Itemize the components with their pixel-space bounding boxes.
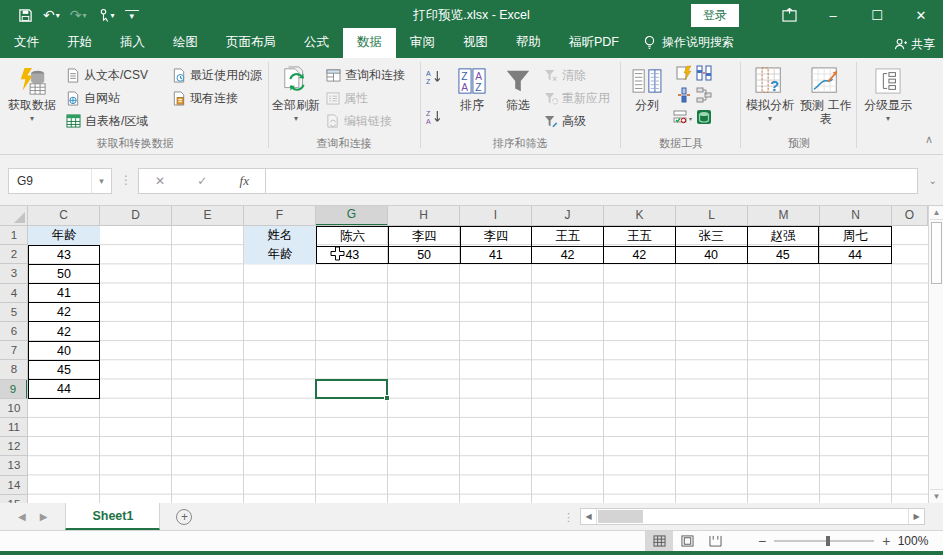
row-header-15[interactable]: 15 [0,495,28,503]
manage-data-model-icon[interactable] [696,109,712,125]
formula-bar-handle[interactable]: ⋮ [120,173,133,187]
add-sheet-button[interactable]: + [160,503,208,530]
sort-button[interactable]: ZAAZ 排序 [450,62,494,138]
cell-J2[interactable]: 42 [532,247,604,263]
flash-fill-icon[interactable] [676,65,692,81]
page-layout-view-button[interactable] [673,531,701,551]
minimize-button[interactable]: – [811,0,855,30]
column-header-O-partial[interactable]: O [892,206,928,226]
row-header-14[interactable]: 14 [0,476,28,495]
insert-function-icon[interactable]: fx [240,173,249,189]
scroll-up-icon[interactable]: ▲ [930,206,943,220]
tab-page-layout[interactable]: 页面布局 [212,28,290,58]
tab-insert[interactable]: 插入 [106,28,159,58]
share-button[interactable]: 共享 [894,36,935,53]
cell-N1[interactable]: 周七 [819,227,891,247]
cell-H2[interactable]: 50 [389,247,461,263]
column-header-H[interactable]: H [388,206,460,226]
cell-I2[interactable]: 41 [461,247,533,263]
column-header-I[interactable]: I [460,206,532,226]
filter-button[interactable]: 筛选 [496,62,540,138]
name-box-dropdown-icon[interactable]: ▾ [91,169,111,193]
cell-L2[interactable]: 40 [676,247,748,263]
cell-J1[interactable]: 王五 [532,227,604,247]
row-header-9[interactable]: 9 [0,380,28,399]
row-header-12[interactable]: 12 [0,437,28,456]
zoom-slider[interactable] [774,540,874,542]
from-text-csv-button[interactable]: 从文本/CSV [66,64,148,86]
name-box[interactable]: G9 ▾ [8,168,112,194]
tab-formulas[interactable]: 公式 [290,28,343,58]
next-sheet-icon[interactable]: ▶ [40,511,48,522]
row-header-7[interactable]: 7 [0,341,28,360]
cell-N2[interactable]: 44 [819,247,891,263]
column-header-K[interactable]: K [604,206,676,226]
fill-handle[interactable] [384,395,390,401]
selected-cell-G9[interactable] [315,379,388,399]
cell-C4[interactable]: 41 [29,284,99,303]
column-header-M[interactable]: M [748,206,820,226]
cell-H1[interactable]: 李四 [389,227,461,247]
column-header-G[interactable]: G [316,206,388,226]
tab-help[interactable]: 帮助 [502,28,555,58]
column-header-N[interactable]: N [820,206,892,226]
column-header-F[interactable]: F [244,206,316,226]
from-table-range-button[interactable]: 自表格/区域 [66,110,148,132]
outline-button[interactable]: 分级显示▾ [862,62,914,138]
select-all-corner[interactable] [0,206,28,226]
zoom-in-button[interactable]: + [882,533,890,549]
tab-file[interactable]: 文件 [0,28,53,58]
cells-area[interactable]: 年龄4350414242404544姓名年龄陈六李四李四王五王五张三赵强周七43… [28,226,928,503]
cell-F1[interactable]: 姓名 [244,226,316,245]
cell-C3[interactable]: 50 [29,265,99,284]
maximize-button[interactable]: ☐ [855,0,899,30]
close-button[interactable]: ✕ [899,0,943,30]
column-header-J[interactable]: J [532,206,604,226]
cell-K1[interactable]: 王五 [604,227,676,247]
cell-C5[interactable]: 42 [29,303,99,322]
cell-M1[interactable]: 赵强 [748,227,820,247]
save-icon[interactable] [14,3,37,27]
column-header-E[interactable]: E [172,206,244,226]
row-header-8[interactable]: 8 [0,360,28,379]
from-web-button[interactable]: 自网站 [66,87,120,109]
sign-in-button[interactable]: 登录 [691,4,739,27]
row-header-4[interactable]: 4 [0,284,28,303]
zoom-level[interactable]: 100% [893,531,933,551]
scroll-down-icon[interactable]: ▼ [930,489,943,503]
tab-foxit-pdf[interactable]: 福昕PDF [555,28,633,58]
collapse-ribbon-icon[interactable]: ∧ [925,133,933,146]
scroll-left-icon[interactable]: ◀ [581,509,597,524]
sheet-tab-sheet1[interactable]: Sheet1 [65,503,160,530]
get-data-button[interactable]: 获取数据▾ [6,62,58,138]
cell-G1[interactable]: 陈六 [317,227,389,247]
cell-C6[interactable]: 42 [29,322,99,341]
data-validation-icon[interactable]: ▾ [673,110,695,124]
undo-button[interactable]: ↶▾ [39,3,64,27]
cell-C7[interactable]: 40 [29,342,99,361]
zoom-slider-thumb[interactable] [826,536,830,546]
cell-C1[interactable]: 年龄 [28,226,100,245]
text-to-columns-button[interactable]: 分列 [624,62,670,138]
cell-K2[interactable]: 42 [604,247,676,263]
refresh-all-button[interactable]: 全部刷新▾ [270,62,322,138]
column-header-L[interactable]: L [676,206,748,226]
tab-scroll-splitter[interactable]: ⋮ [563,511,574,524]
tab-home[interactable]: 开始 [53,28,106,58]
row-header-6[interactable]: 6 [0,322,28,341]
tab-draw[interactable]: 绘图 [159,28,212,58]
row-header-10[interactable]: 10 [0,399,28,418]
existing-connections-button[interactable]: 现有连接 [172,87,238,109]
row-header-13[interactable]: 13 [0,456,28,475]
cell-C8[interactable]: 45 [29,361,99,380]
formula-input[interactable] [266,168,918,194]
cell-F2[interactable]: 年龄 [244,245,316,264]
sort-ascending-button[interactable]: AZ [426,66,444,88]
row-header-2[interactable]: 2 [0,245,28,264]
sort-descending-button[interactable]: ZA [426,106,444,128]
cell-C2[interactable]: 43 [29,246,99,265]
formula-bar-expand-icon[interactable]: ⌄ [929,175,937,186]
column-header-C[interactable]: C [28,206,100,226]
row-header-3[interactable]: 3 [0,264,28,283]
row-header-1[interactable]: 1 [0,226,28,245]
